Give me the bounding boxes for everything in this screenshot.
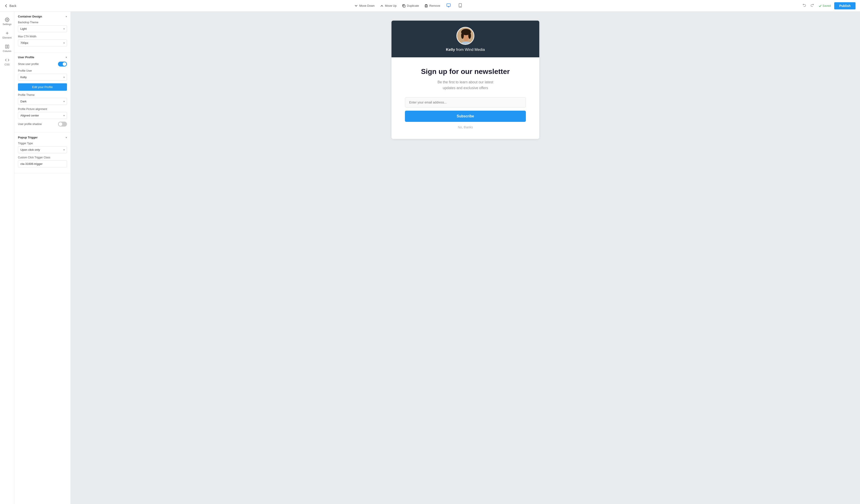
duplicate-label: Duplicate [407,4,419,8]
profile-name: Kelly from Wind Media [446,47,485,52]
topbar: Back Move Down Move Up Duplicate [0,0,860,12]
desktop-device-button[interactable] [445,2,452,9]
max-cta-width-select[interactable]: 500px 600px 700px 800px [18,40,67,46]
container-design-header: Container Design ▾ [18,15,67,18]
topbar-center: Move Down Move Up Duplicate Remove [354,2,463,9]
container-design-section: Container Design ▾ Backdrop Theme Light … [14,12,71,53]
popup-trigger-header: Popup Trigger ▾ [18,136,67,139]
popup-trigger-section: Popup Trigger ▾ Trigger Type Upon click … [14,133,71,173]
undo-redo-group [802,2,815,9]
user-profile-shadow-toggle[interactable] [58,121,67,127]
show-user-profile-label: Show user profile [18,62,39,66]
sidebar-item-column[interactable]: Column [0,42,14,55]
container-design-chevron: ▾ [66,15,67,18]
subscribe-button[interactable]: Subscribe [405,111,526,122]
column-label: Column [3,50,11,53]
remove-button[interactable]: Remove [425,4,440,8]
sidebar-item-settings[interactable]: Settings [0,15,14,28]
trigger-type-field: Trigger Type Upon click only On page loa… [18,142,67,153]
topbar-right: Saved Publish [802,2,856,10]
user-profile-shadow-label: User profile shadow [18,123,42,126]
backdrop-theme-field: Backdrop Theme Light Dark [18,21,67,32]
profile-user-label: Profile User [18,69,67,72]
icon-sidebar: Settings Element Column CSS [0,12,14,504]
profile-user-field: Profile User Kelly John Sarah [18,69,67,81]
move-up-button[interactable]: Move Up [380,4,397,8]
mobile-device-button[interactable] [457,2,463,9]
backdrop-theme-select-wrapper: Light Dark [18,25,67,32]
custom-click-trigger-class-input[interactable] [18,160,67,167]
svg-rect-0 [403,5,405,7]
back-button[interactable]: Back [4,4,16,8]
show-user-profile-toggle[interactable] [58,62,67,67]
profile-picture-alignment-field: Profile Picture alignment Aligned center… [18,107,67,119]
svg-point-17 [462,30,470,35]
sidebar-item-element[interactable]: Element [0,29,14,41]
profile-user-select-wrapper: Kelly John Sarah [18,74,67,81]
svg-point-6 [460,6,461,7]
profile-name-rest: from Wind Media [455,47,485,52]
backdrop-theme-select[interactable]: Light Dark [18,25,67,32]
canvas-area: Kelly from Wind Media Sign up for our ne… [71,12,860,504]
user-profile-shadow-row: User profile shadow [18,121,67,127]
profile-theme-select-wrapper: Light Dark [18,98,67,105]
publish-button[interactable]: Publish [834,2,856,10]
profile-header: Kelly from Wind Media [391,20,539,57]
profile-user-select[interactable]: Kelly John Sarah [18,74,67,81]
profile-theme-label: Profile Theme [18,93,67,97]
user-profile-section: User Profile ▾ Show user profile Profile… [14,53,71,133]
profile-picture-alignment-select[interactable]: Aligned center Aligned left Aligned righ… [18,112,67,119]
max-cta-width-label: Max CTA Width [18,35,67,38]
css-label: CSS [4,63,10,66]
remove-label: Remove [429,4,440,8]
newsletter-title: Sign up for our newsletter [405,67,526,76]
profile-picture-alignment-label: Profile Picture alignment [18,107,67,111]
newsletter-body: Sign up for our newsletter Be the first … [391,57,539,139]
move-down-label: Move Down [359,4,375,8]
back-label: Back [10,4,16,8]
container-design-title: Container Design [18,15,42,18]
user-profile-title: User Profile [18,56,34,59]
trigger-type-select-wrapper: Upon click only On page load On scroll [18,146,67,153]
sidebar-item-css[interactable]: CSS [0,56,14,68]
show-user-profile-row: Show user profile [18,62,67,67]
user-profile-chevron: ▾ [66,56,67,59]
no-thanks-link[interactable]: No, thanks [405,126,526,129]
max-cta-width-field: Max CTA Width 500px 600px 700px 800px [18,35,67,46]
move-down-button[interactable]: Move Down [354,4,375,8]
custom-click-trigger-class-label: Custom Click Trigger Class [18,156,67,159]
custom-click-trigger-class-field: Custom Click Trigger Class [18,156,67,167]
settings-panel: Container Design ▾ Backdrop Theme Light … [14,12,71,504]
main-layout: Settings Element Column CSS [0,12,860,504]
profile-picture-alignment-select-wrapper: Aligned center Aligned left Aligned righ… [18,112,67,119]
user-profile-header: User Profile ▾ [18,56,67,59]
widget-container: Kelly from Wind Media Sign up for our ne… [391,20,539,139]
popup-trigger-chevron: ▾ [66,136,67,139]
undo-button[interactable] [802,2,807,9]
settings-label: Settings [3,23,12,26]
duplicate-button[interactable]: Duplicate [402,4,419,8]
newsletter-subtitle: Be the first to learn about our latestup… [405,79,526,91]
profile-name-bold: Kelly [446,47,455,52]
profile-theme-field: Profile Theme Light Dark [18,93,67,105]
svg-rect-1 [425,5,427,7]
edit-profile-button[interactable]: Edit your Profile [18,83,67,91]
trigger-type-select[interactable]: Upon click only On page load On scroll [18,146,67,153]
redo-button[interactable] [809,2,815,9]
profile-theme-select[interactable]: Light Dark [18,98,67,105]
svg-rect-2 [447,4,450,6]
avatar [456,27,474,45]
svg-rect-10 [5,45,7,48]
max-cta-width-select-wrapper: 500px 600px 700px 800px [18,40,67,46]
trigger-type-label: Trigger Type [18,142,67,145]
move-up-label: Move Up [385,4,397,8]
element-label: Element [2,36,11,39]
email-input[interactable] [405,97,526,107]
svg-point-7 [6,19,8,20]
svg-rect-11 [8,45,9,48]
topbar-left: Back [4,4,16,8]
popup-trigger-title: Popup Trigger [18,136,38,139]
backdrop-theme-label: Backdrop Theme [18,21,67,24]
saved-status: Saved [819,4,831,8]
